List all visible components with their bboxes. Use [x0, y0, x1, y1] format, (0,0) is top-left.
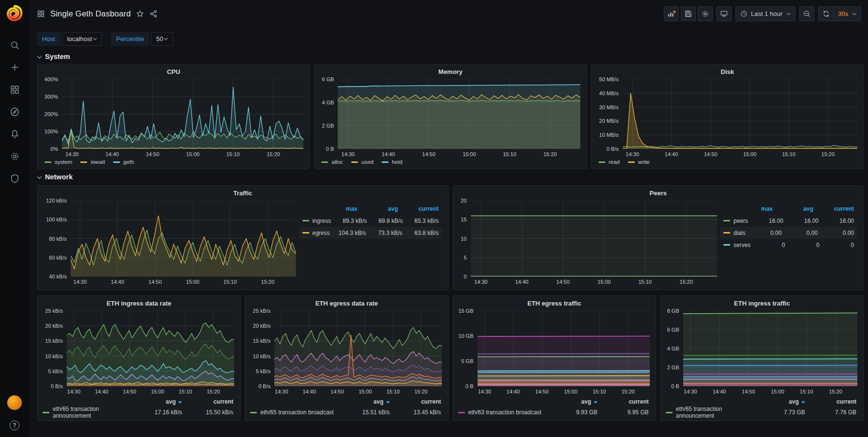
- traffic-legend: max avg current ingress 89.3 kB/s 69.8 k…: [296, 201, 442, 287]
- legend-row-ingress: ingress 89.3 kB/s 69.8 kB/s 65.3 kB/s: [299, 215, 442, 227]
- panel-title[interactable]: ETH ingress data rate: [38, 296, 240, 308]
- refresh-interval-label: 30s: [838, 10, 848, 17]
- star-icon[interactable]: [136, 10, 144, 18]
- panel-title[interactable]: ETH ingress traffic: [661, 296, 863, 308]
- share-icon[interactable]: [150, 10, 158, 18]
- eth-ingress-data-rate-chart: 0 B/s5 kB/s10 kB/s15 kB/s20 kB/s25 kB/s1…: [42, 311, 234, 386]
- panel-title[interactable]: CPU: [38, 64, 309, 76]
- chevron-down-icon: [93, 36, 97, 40]
- explore-compass-icon[interactable]: [10, 107, 20, 117]
- legend-row-serves: serves 0 0 0: [720, 239, 857, 251]
- legend-header-avg[interactable]: avg: [339, 398, 390, 405]
- refresh-interval-dropdown[interactable]: 30s: [833, 6, 861, 21]
- legend-header-avg[interactable]: avg: [754, 398, 805, 405]
- legend-row-dials: dials 0.00 0.00 0.00: [720, 227, 857, 239]
- legend-row: eth/65 transaction announcement 17.16 kB…: [43, 407, 233, 418]
- panel-cpu: CPU 0%100%200%300%400%14:3014:4014:5015:…: [37, 64, 310, 169]
- cpu-chart: 0%100%200%300%400%14:3014:4014:5015:0015…: [42, 79, 303, 149]
- legend-header-avg[interactable]: avg: [773, 205, 813, 212]
- grafana-logo-icon[interactable]: [5, 4, 24, 23]
- variable-host-label[interactable]: Host: [37, 32, 60, 46]
- chevron-down-icon: [787, 11, 791, 15]
- legend-header-current[interactable]: current: [182, 398, 233, 405]
- chevron-down-icon: [37, 54, 42, 58]
- create-plus-icon[interactable]: [10, 62, 20, 73]
- legend-item[interactable]: system: [45, 159, 72, 165]
- eth-ingress-traffic-legend: avg current eth/65 transaction announcem…: [665, 396, 857, 418]
- legend-row: eth/63 transaction broadcast 9.93 GB 9.9…: [458, 407, 649, 418]
- time-range-picker[interactable]: Last 1 hour: [735, 6, 795, 21]
- panel-eth-egress-traffic: ETH egress traffic 0 B5 GB10 GB15 GB14:3…: [453, 295, 656, 421]
- help-icon[interactable]: ?: [10, 421, 19, 430]
- variable-percentile-label[interactable]: Percentile: [111, 32, 150, 46]
- refresh-button[interactable]: [818, 6, 833, 21]
- disk-legend: read write: [596, 159, 857, 166]
- traffic-chart: 40 kB/s60 kB/s80 kB/s100 kB/s120 kB/s14:…: [42, 201, 296, 277]
- legend-item[interactable]: geth: [113, 159, 134, 165]
- legend-item[interactable]: used: [351, 159, 374, 165]
- dashboard-squares-icon[interactable]: [37, 10, 45, 18]
- sort-caret-icon: [386, 401, 390, 404]
- legend-row: eth/65 transaction broadcast 15.51 kB/s …: [250, 407, 441, 418]
- legend-header-avg[interactable]: avg: [358, 205, 398, 212]
- memory-legend: alloc used held: [318, 159, 580, 166]
- top-navbar: Single Geth Dasboard: [29, 0, 868, 27]
- legend-row-peers: peers 16.00 16.00 16.00: [720, 215, 857, 227]
- legend-header-avg[interactable]: avg: [546, 398, 598, 405]
- tv-kiosk-button[interactable]: [717, 6, 732, 21]
- sort-caret-icon: [178, 401, 182, 404]
- configuration-gear-icon[interactable]: [10, 151, 20, 161]
- legend-item[interactable]: write: [628, 159, 650, 165]
- zoom-out-button[interactable]: [799, 6, 814, 21]
- panel-title[interactable]: ETH egress traffic: [453, 296, 656, 308]
- legend-item[interactable]: held: [382, 159, 403, 165]
- dashboard-title: Single Geth Dasboard: [50, 9, 131, 18]
- user-avatar[interactable]: [7, 395, 22, 410]
- panel-memory: Memory 0 B2 GB4 GB6 GB14:3014:4014:5015:…: [314, 64, 586, 169]
- panel-disk: Disk 0 B/s10 MB/s20 MB/s30 MB/s40 MB/s50…: [591, 64, 864, 169]
- legend-row-egress: egress 104.3 kB/s 73.3 kB/s 63.8 kB/s: [299, 227, 442, 239]
- panel-title[interactable]: Memory: [314, 64, 586, 76]
- eth-egress-data-rate-legend: avg current eth/65 transaction broadcast…: [249, 396, 442, 418]
- legend-header-current[interactable]: current: [813, 205, 854, 212]
- alerting-bell-icon[interactable]: [10, 129, 20, 139]
- legend-header-max[interactable]: max: [732, 205, 773, 212]
- sidebar: ?: [0, 0, 29, 437]
- legend-header-current[interactable]: current: [390, 398, 441, 405]
- disk-chart: 0 B/s10 MB/s20 MB/s30 MB/s40 MB/s50 MB/s…: [596, 79, 857, 149]
- variable-percentile-value[interactable]: 50: [151, 32, 173, 46]
- peers-chart: 0510152014:3014:4014:5015:0015:1015:20: [457, 201, 718, 277]
- sort-caret-icon: [801, 401, 805, 404]
- legend-header-avg[interactable]: avg: [131, 398, 182, 405]
- panel-eth-egress-data-rate: ETH egress data rate 0 B/s5 kB/s10 kB/s1…: [245, 295, 448, 421]
- panel-title[interactable]: ETH egress data rate: [245, 296, 448, 308]
- search-icon[interactable]: [10, 40, 20, 50]
- legend-item[interactable]: iowait: [80, 159, 105, 165]
- variable-host-value[interactable]: localhost: [62, 32, 102, 46]
- panel-title[interactable]: Peers: [453, 186, 864, 198]
- eth-egress-traffic-legend: avg current eth/63 transaction broadcast…: [457, 396, 650, 418]
- chevron-down-icon: [37, 174, 42, 179]
- eth-egress-traffic-chart: 0 B5 GB10 GB15 GB14:3014:4014:5015:0015:…: [457, 311, 650, 386]
- panel-peers: Peers 0510152014:3014:4014:5015:0015:101…: [453, 185, 864, 290]
- panel-title[interactable]: Traffic: [38, 186, 448, 198]
- legend-header-current[interactable]: current: [398, 205, 439, 212]
- sort-caret-icon: [594, 401, 598, 404]
- row-header-network[interactable]: Network: [37, 169, 864, 184]
- row-header-system[interactable]: System: [37, 49, 864, 64]
- legend-header-current[interactable]: current: [805, 398, 856, 405]
- server-admin-shield-icon[interactable]: [10, 174, 20, 184]
- dashboard-settings-button[interactable]: [698, 6, 713, 21]
- eth-ingress-traffic-chart: 0 B2 GB4 GB6 GB8 GB14:3014:4014:5015:001…: [665, 311, 857, 386]
- panel-eth-ingress-traffic: ETH ingress traffic 0 B2 GB4 GB6 GB8 GB1…: [660, 295, 864, 421]
- legend-header-current[interactable]: current: [598, 398, 649, 405]
- dashboards-icon[interactable]: [10, 85, 20, 95]
- add-panel-button[interactable]: [664, 6, 679, 21]
- legend-item[interactable]: read: [599, 159, 620, 165]
- legend-header-max[interactable]: max: [317, 205, 358, 212]
- save-dashboard-button[interactable]: [681, 6, 696, 21]
- legend-item[interactable]: alloc: [321, 159, 343, 165]
- eth-egress-data-rate-chart: 0 B/s5 kB/s10 kB/s15 kB/s20 kB/s25 kB/s1…: [249, 311, 442, 386]
- time-range-label: Last 1 hour: [751, 10, 782, 17]
- panel-title[interactable]: Disk: [592, 64, 863, 76]
